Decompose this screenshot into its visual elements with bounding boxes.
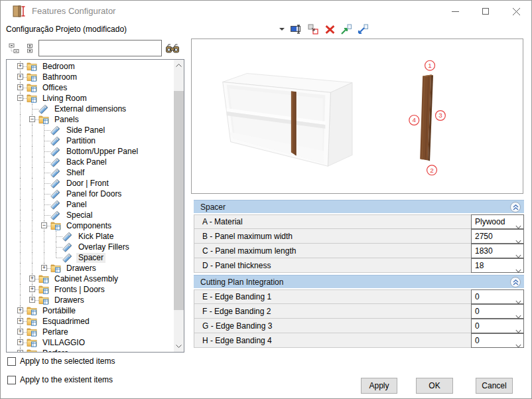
tree-item-cabinet-assembly[interactable]: +Cabinet Assembly xyxy=(15,274,174,284)
expand-node-icon[interactable]: + xyxy=(17,307,23,313)
expand-node-icon[interactable]: + xyxy=(29,297,35,303)
expand-node-icon[interactable]: + xyxy=(41,265,47,271)
close-button[interactable] xyxy=(501,1,531,22)
c-panel-maximum-length-dropdown[interactable]: 1830 xyxy=(471,244,524,258)
expand-node-icon[interactable]: + xyxy=(17,350,23,352)
a-material-dropdown[interactable]: Plywood xyxy=(471,214,524,229)
scroll-up-icon[interactable] xyxy=(174,60,184,71)
expand-node-icon[interactable]: + xyxy=(17,84,23,90)
expand-all-icon[interactable] xyxy=(23,41,36,56)
tree-item-special[interactable]: Special xyxy=(15,210,174,220)
e-edge-banding-1-dropdown[interactable]: 0 xyxy=(471,289,524,304)
dropdown-value: 0 xyxy=(475,336,480,345)
folder-icon xyxy=(38,115,50,125)
tree-item-fronts-doors[interactable]: +Fronts | Doors xyxy=(15,284,174,295)
folder-icon xyxy=(27,62,38,72)
collapse-section-button[interactable] xyxy=(510,202,521,212)
scroll-down-icon[interactable] xyxy=(174,341,184,352)
minimize-button[interactable] xyxy=(440,1,470,22)
copy-configuration-icon[interactable] xyxy=(307,23,319,35)
expand-node-icon[interactable]: + xyxy=(17,63,23,69)
folder-icon xyxy=(38,274,50,284)
tree-item-shelf[interactable]: Shelf xyxy=(15,167,174,178)
tree-item-offices[interactable]: +Offices xyxy=(15,82,174,93)
tree-item-label: Cabinet Assembly xyxy=(52,274,120,284)
tree-item-spacer[interactable]: Spacer xyxy=(15,252,174,263)
tree-item-external-dimensions[interactable]: External dimensions xyxy=(15,104,174,114)
apply-existent-checkbox[interactable] xyxy=(7,376,16,384)
tree-item-kick-plate[interactable]: Kick Plate xyxy=(15,231,174,242)
f-edge-banding-2-dropdown[interactable]: 0 xyxy=(471,304,524,319)
delete-icon[interactable] xyxy=(324,23,336,35)
d-panel-thickness-dropdown[interactable]: 18 xyxy=(471,258,524,273)
tree-guide xyxy=(15,146,27,157)
maximize-button[interactable] xyxy=(470,1,501,22)
h-edge-banding-4-dropdown[interactable]: 0 xyxy=(471,333,524,348)
configuration-combobox[interactable]: Configuração Projeto (modificado) xyxy=(6,23,287,36)
find-icon[interactable] xyxy=(165,42,180,55)
collapse-node-icon[interactable]: − xyxy=(17,95,23,101)
tree-guide xyxy=(15,135,27,146)
tree-item-living-room[interactable]: −Living Room xyxy=(15,93,174,104)
tree-item-label: Panel for Doors xyxy=(64,189,123,199)
section-body: A - MaterialPlywoodB - Panel maximum wid… xyxy=(194,214,524,273)
tag-icon xyxy=(62,242,74,252)
tree-item-label: Spacer xyxy=(76,253,105,263)
apply-button[interactable]: Apply xyxy=(361,378,397,394)
expand-node-icon[interactable]: + xyxy=(29,276,35,281)
tree-item-components[interactable]: −Components xyxy=(15,220,174,231)
expand-node-icon[interactable]: + xyxy=(17,339,23,345)
tree-guide xyxy=(15,274,27,284)
tree-item-drawers[interactable]: +Drawers xyxy=(15,263,174,274)
tree-item-bottom-upper-panel[interactable]: Bottom/Upper Panel xyxy=(15,146,174,157)
tree-connector: + xyxy=(15,72,27,82)
ok-button[interactable]: OK xyxy=(416,378,453,394)
tree-search-input[interactable] xyxy=(38,40,162,56)
tree-connector xyxy=(27,104,38,114)
tree-item-label: External dimensions xyxy=(52,104,128,114)
expand-node-icon[interactable]: + xyxy=(17,318,23,324)
tree-item-overlay-fillers[interactable]: Overlay Fillers xyxy=(15,242,174,252)
expand-node-icon[interactable]: + xyxy=(17,74,23,80)
tree-connector xyxy=(38,199,50,210)
tree-item-panels[interactable]: −Panels xyxy=(15,114,174,125)
tree-item-panel-for-doors[interactable]: Panel for Doors xyxy=(15,189,174,199)
tree-item-door-front[interactable]: Door | Front xyxy=(15,178,174,189)
expand-node-icon[interactable]: + xyxy=(29,286,35,292)
tree-item-panel[interactable]: Panel xyxy=(15,199,174,210)
g-edge-banding-3-dropdown[interactable]: 0 xyxy=(471,319,524,333)
features-configurator-window: Features Configurator Configuração Proje… xyxy=(0,0,532,399)
tree-item-back-panel[interactable]: Back Panel xyxy=(15,157,174,167)
tree-list: +Bedroom+Bathroom+Offices−Living RoomExt… xyxy=(7,60,174,352)
import-icon[interactable] xyxy=(357,23,369,35)
section-spacer: SpacerA - MaterialPlywoodB - Panel maxim… xyxy=(194,200,524,273)
tree-item-side-panel[interactable]: Side Panel xyxy=(15,125,174,135)
scrollbar-thumb[interactable] xyxy=(174,91,184,310)
chevron-down-icon xyxy=(279,28,285,31)
tag-icon xyxy=(50,168,62,178)
tree-item-perlare[interactable]: +Perlare xyxy=(15,327,174,337)
export-icon[interactable] xyxy=(340,23,352,35)
tree-item-partition[interactable]: Partition xyxy=(15,135,174,146)
collapse-node-icon[interactable]: − xyxy=(41,222,47,228)
tree-item-esquadrimed[interactable]: +Esquadrimed xyxy=(15,316,174,327)
tree-item-bedroom[interactable]: +Bedroom xyxy=(15,61,174,72)
collapse-section-button[interactable] xyxy=(510,277,521,287)
tree-item-label: Bottom/Upper Panel xyxy=(64,147,140,157)
tree-item-perfore[interactable]: +Perfore xyxy=(15,348,174,352)
tree-item-villaggio[interactable]: +VILLAGGIO xyxy=(15,337,174,348)
tree-item-bathroom[interactable]: +Bathroom xyxy=(15,72,174,82)
tree-item-drawers[interactable]: +Drawers xyxy=(15,295,174,305)
tree-item-port-bille[interactable]: +Portábille xyxy=(15,305,174,316)
tag-icon xyxy=(62,232,74,242)
tree-item-label: Special xyxy=(64,210,94,220)
expand-node-icon[interactable]: + xyxy=(17,329,23,335)
tree-scrollbar[interactable] xyxy=(174,60,184,352)
b-panel-maximum-width-dropdown[interactable]: 2750 xyxy=(471,229,524,244)
apply-selected-checkbox[interactable] xyxy=(7,357,16,366)
tag-icon xyxy=(50,157,62,167)
rename-icon[interactable] xyxy=(291,23,302,35)
cancel-button[interactable]: Cancel xyxy=(476,378,513,394)
collapse-all-icon[interactable] xyxy=(7,41,21,56)
collapse-node-icon[interactable]: − xyxy=(29,116,35,122)
